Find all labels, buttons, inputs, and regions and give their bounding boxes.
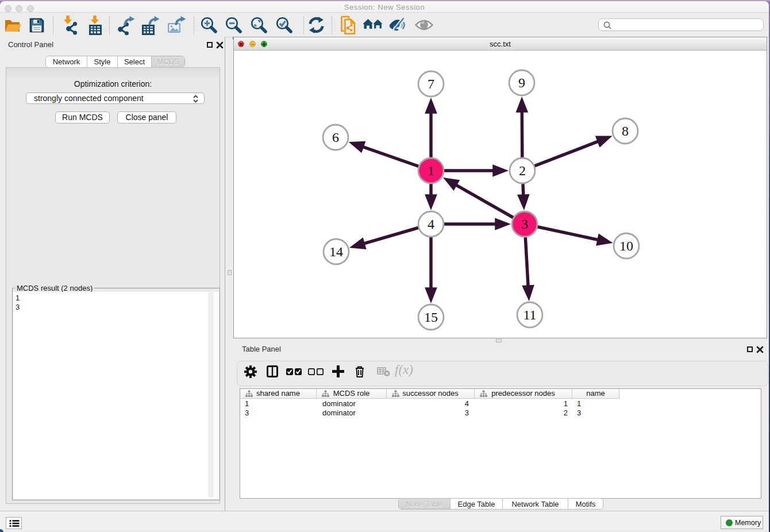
svg-text:11: 11 (523, 307, 536, 322)
svg-text:4: 4 (428, 217, 434, 232)
svg-text:6: 6 (332, 130, 339, 145)
svg-text:7: 7 (428, 76, 434, 91)
svg-text:14: 14 (329, 244, 343, 259)
svg-text:1: 1 (428, 163, 434, 178)
svg-text:3: 3 (521, 217, 528, 232)
svg-text:15: 15 (424, 310, 438, 325)
svg-text:2: 2 (519, 163, 526, 178)
svg-text:9: 9 (518, 75, 525, 90)
svg-text:10: 10 (619, 238, 633, 253)
svg-text:8: 8 (622, 124, 629, 138)
